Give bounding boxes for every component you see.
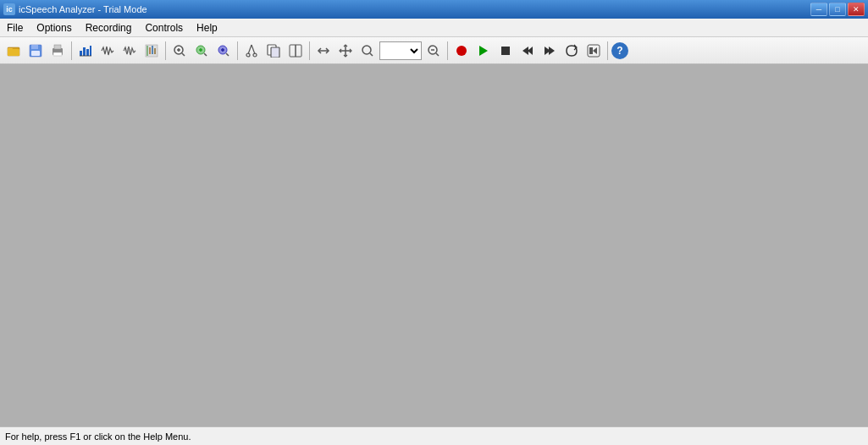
separator-1 [71, 41, 72, 60]
svg-marker-48 [479, 46, 488, 56]
waveform2-icon [123, 44, 136, 58]
svg-line-26 [204, 53, 207, 56]
zoom-sel-icon [361, 44, 374, 58]
svg-line-46 [436, 53, 439, 56]
separator-2 [165, 41, 166, 60]
cut-button[interactable] [241, 41, 262, 61]
menu-file[interactable]: File [0, 19, 30, 36]
waveform-icon [101, 44, 114, 58]
svg-rect-18 [154, 48, 156, 54]
speaker-button[interactable] [583, 41, 604, 61]
svg-rect-12 [90, 46, 91, 56]
separator-4 [309, 41, 310, 60]
svg-rect-10 [83, 47, 86, 56]
split-icon [289, 44, 302, 58]
svg-rect-15 [147, 46, 148, 56]
svg-rect-5 [31, 51, 40, 56]
menu-controls[interactable]: Controls [138, 19, 190, 36]
expand-h-icon [317, 44, 330, 58]
zoom-sel-button[interactable] [357, 41, 378, 61]
svg-point-42 [362, 46, 371, 54]
svg-marker-53 [549, 47, 555, 55]
record-icon [455, 44, 468, 58]
record-button[interactable] [451, 41, 472, 61]
open-button[interactable] [3, 41, 24, 61]
speaker-icon [587, 44, 600, 58]
zoom-level-dropdown[interactable] [379, 41, 422, 60]
zoom-in-icon [173, 44, 186, 58]
save-icon [29, 44, 42, 58]
title-bar-controls: ─ □ ✕ [810, 3, 865, 16]
zoom-in2-icon [195, 44, 208, 58]
svg-rect-16 [149, 47, 151, 54]
stop-icon [499, 44, 512, 58]
main-area [0, 64, 868, 426]
fast-forward-icon [543, 44, 556, 58]
svg-rect-55 [589, 47, 593, 54]
zoom-out-button[interactable] [423, 41, 444, 61]
fast-forward-button[interactable] [539, 41, 560, 61]
separator-3 [237, 41, 238, 60]
copy-view-button[interactable] [263, 41, 284, 61]
svg-rect-36 [271, 47, 279, 58]
waveform2-button[interactable] [119, 41, 140, 61]
loop-icon [565, 44, 578, 58]
svg-rect-2 [8, 49, 19, 56]
chart-button[interactable] [75, 41, 96, 61]
separator-5 [447, 41, 448, 60]
bar-chart-icon [79, 44, 92, 58]
copy-view-icon [267, 44, 280, 58]
svg-rect-7 [54, 45, 61, 49]
title-bar: ic icSpeech Analyzer - Trial Mode ─ □ ✕ [0, 0, 868, 19]
print-button[interactable] [47, 41, 68, 61]
rewind-button[interactable] [517, 41, 538, 61]
minimize-button[interactable]: ─ [810, 3, 827, 16]
menu-bar: File Options Recording Controls Help [0, 19, 868, 37]
svg-rect-8 [53, 52, 62, 56]
zoom-in-button[interactable] [169, 41, 190, 61]
svg-rect-4 [31, 45, 38, 49]
save-button[interactable] [25, 41, 46, 61]
move-button[interactable] [335, 41, 356, 61]
split-button[interactable] [285, 41, 306, 61]
move-icon [339, 44, 352, 58]
svg-line-30 [226, 53, 229, 56]
zoom-in2-button[interactable] [191, 41, 212, 61]
zoom-out-icon [427, 44, 440, 58]
separator-6 [607, 41, 608, 60]
folder-icon [7, 44, 20, 58]
svg-line-43 [370, 53, 373, 56]
title-bar-left: ic icSpeech Analyzer - Trial Mode [3, 3, 147, 15]
svg-rect-9 [80, 51, 82, 56]
svg-point-33 [246, 53, 250, 57]
print-icon [51, 44, 64, 58]
play-icon [477, 44, 490, 58]
status-text: For help, press F1 or click on the Help … [5, 431, 191, 442]
play-button[interactable] [473, 41, 494, 61]
stop-button[interactable] [495, 41, 516, 61]
svg-marker-56 [593, 47, 597, 54]
rewind-icon [521, 44, 534, 58]
spectrogram-button[interactable] [141, 41, 162, 61]
app-icon: ic [3, 3, 15, 15]
svg-line-31 [248, 45, 252, 54]
menu-help[interactable]: Help [190, 19, 224, 36]
menu-recording[interactable]: Recording [79, 19, 139, 36]
help-button[interactable]: ? [611, 42, 628, 59]
loop-button[interactable] [561, 41, 582, 61]
zoom-in3-button[interactable] [213, 41, 234, 61]
svg-point-47 [456, 46, 467, 56]
zoom-in3-icon [217, 44, 230, 58]
cut-icon [245, 44, 258, 58]
close-button[interactable]: ✕ [848, 3, 865, 16]
svg-rect-49 [501, 47, 510, 55]
svg-marker-50 [522, 47, 528, 55]
expand-h-button[interactable] [313, 41, 334, 61]
waveform-button[interactable] [97, 41, 118, 61]
svg-line-22 [182, 53, 185, 56]
svg-line-32 [252, 45, 255, 54]
svg-rect-17 [152, 46, 153, 54]
svg-rect-11 [86, 49, 89, 56]
menu-options[interactable]: Options [30, 19, 78, 36]
restore-button[interactable]: □ [829, 3, 846, 16]
